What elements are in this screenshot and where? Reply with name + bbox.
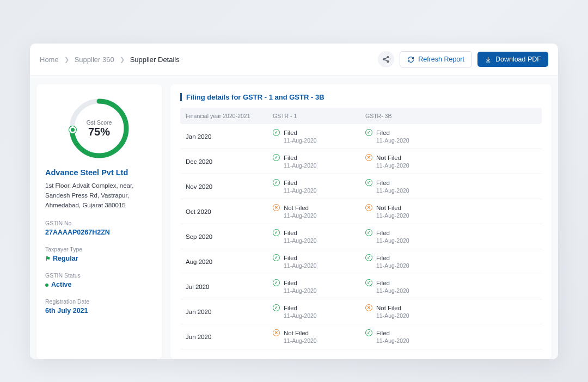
status-label: Filed [376,180,390,186]
status-cell: ✓ Filed 11-Aug-2020 [365,229,536,244]
status-label: Not Filed [376,205,401,211]
gstin-value: 27AAAAP0267H2ZN [45,229,153,236]
table-row: Jan 2020 ✓ Filed 11-Aug-2020 ✓ Filed 11-… [180,124,542,149]
status-date: 11-Aug-2020 [284,337,365,344]
regdate-label: Registration Date [45,298,153,305]
status-cell: ✓ Filed 11-Aug-2020 [273,304,365,319]
status-label: Filed [284,180,297,186]
supplier-address: 1st Floor, Advait Complex, near, Sandesh… [45,181,153,210]
status-cell: ✓ Filed 11-Aug-2020 [365,129,536,144]
month-cell: Aug 2020 [186,258,273,265]
download-pdf-button[interactable]: Download PDF [477,52,548,67]
flag-icon: ⚑ [45,255,51,262]
status-label: Not Filed [376,305,401,311]
taxpayer-type-label: Taxpayer Type [45,246,153,252]
svg-line-4 [385,60,388,61]
status-date: 11-Aug-2020 [284,162,365,169]
status-label: Filed [376,130,390,136]
filing-rows: Jan 2020 ✓ Filed 11-Aug-2020 ✓ Filed 11-… [180,124,542,349]
share-button[interactable] [378,51,394,67]
month-cell: Jan 2020 [186,309,273,315]
status-label: Filed [376,230,390,236]
status-cell: ✓ Filed 11-Aug-2020 [273,229,365,244]
table-row: Jul 2020 ✓ Filed 11-Aug-2020 ✓ Filed 11-… [180,274,542,299]
cross-icon: ✕ [273,204,280,211]
share-icon [382,56,390,63]
gst-score-ring: Gst Score 75% [67,96,131,161]
breadcrumb-supplier360[interactable]: Supplier 360 [75,56,114,64]
table-row: Sep 2020 ✓ Filed 11-Aug-2020 ✓ Filed 11-… [180,224,542,249]
regdate-value: 6th July 2021 [45,307,153,315]
refresh-report-button[interactable]: Refresh Report [400,51,472,67]
check-icon: ✓ [273,154,280,161]
table-row: Oct 2020 ✕ Not Filed 11-Aug-2020 ✕ Not F… [180,199,542,224]
breadcrumb-current: Supplier Details [130,56,180,64]
score-value: 75% [88,126,110,138]
status-cell: ✓ Filed 11-Aug-2020 [273,129,365,144]
status-dot-icon [45,284,48,287]
status-date: 11-Aug-2020 [376,262,536,269]
svg-line-3 [385,58,388,59]
status-cell: ✓ Filed 11-Aug-2020 [365,329,536,344]
table-row: Jan 2020 ✓ Filed 11-Aug-2020 ✕ Not Filed… [180,299,542,324]
status-label: Filed [376,330,390,336]
topbar: Home ❯ Supplier 360 ❯ Supplier Details R… [30,44,558,76]
month-cell: Oct 2020 [186,208,273,215]
month-cell: Jan 2020 [186,133,273,140]
status-label: Filed [284,305,297,311]
breadcrumb-home[interactable]: Home [40,56,59,64]
status-label: Filed [376,255,390,261]
check-icon: ✓ [273,279,280,286]
status-cell: ✕ Not Filed 11-Aug-2020 [365,204,536,219]
download-icon [485,56,492,63]
score-label: Gst Score [87,119,112,126]
status-cell: ✓ Filed 11-Aug-2020 [273,279,365,294]
month-cell: Dec 2020 [186,158,273,165]
status-cell: ✓ Filed 11-Aug-2020 [365,179,536,194]
check-icon: ✓ [365,129,372,136]
cross-icon: ✕ [365,304,372,311]
content-body: Gst Score 75% Advance Steel Pvt Ltd 1st … [30,76,558,359]
status-date: 11-Aug-2020 [284,287,365,294]
cross-icon: ✕ [365,204,372,211]
table-row: Nov 2020 ✓ Filed 11-Aug-2020 ✓ Filed 11-… [180,174,542,199]
status-date: 11-Aug-2020 [376,287,536,294]
check-icon: ✓ [273,254,280,261]
taxpayer-type-value: ⚑Regular [45,255,153,262]
status-cell: ✕ Not Filed 11-Aug-2020 [273,329,365,344]
supplier-panel: Gst Score 75% Advance Steel Pvt Ltd 1st … [36,84,162,359]
status-label: Filed [284,130,297,136]
status-date: 11-Aug-2020 [376,187,536,194]
status-cell: ✕ Not Filed 11-Aug-2020 [273,204,365,219]
gstin-status-text: Active [51,281,72,288]
refresh-label: Refresh Report [418,56,464,63]
month-cell: Jun 2020 [186,334,273,340]
month-cell: Jul 2020 [186,284,273,290]
status-label: Filed [284,230,297,236]
month-cell: Sep 2020 [186,233,273,240]
status-cell: ✕ Not Filed 11-Aug-2020 [365,154,536,169]
status-label: Not Filed [376,155,401,161]
cross-icon: ✕ [273,329,280,336]
check-icon: ✓ [365,329,372,336]
check-icon: ✓ [365,179,372,186]
status-date: 11-Aug-2020 [284,312,365,319]
gstin-label: GSTIN No. [45,220,153,226]
table-row: Aug 2020 ✓ Filed 11-Aug-2020 ✓ Filed 11-… [180,249,542,274]
status-date: 11-Aug-2020 [376,137,536,144]
chevron-right-icon: ❯ [120,56,125,63]
score-center: Gst Score 75% [67,96,131,161]
check-icon: ✓ [365,229,372,236]
refresh-icon [407,56,414,63]
status-date: 11-Aug-2020 [284,212,365,219]
table-row: Jun 2020 ✕ Not Filed 11-Aug-2020 ✓ Filed… [180,324,542,349]
status-date: 11-Aug-2020 [284,262,365,269]
col-fy: Financial year 2020-2021 [186,113,273,119]
status-label: Filed [376,280,390,286]
status-date: 11-Aug-2020 [284,237,365,244]
filing-panel: Filing details for GSTR - 1 and GSTR - 3… [170,84,552,359]
status-cell: ✓ Filed 11-Aug-2020 [273,179,365,194]
month-cell: Nov 2020 [186,183,273,190]
status-cell: ✓ Filed 11-Aug-2020 [273,154,365,169]
check-icon: ✓ [273,304,280,311]
